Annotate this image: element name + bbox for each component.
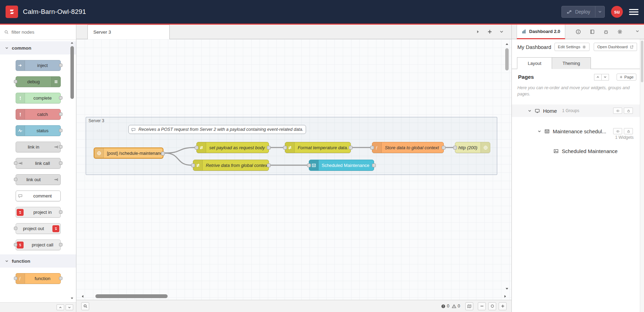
- zoom-in-button[interactable]: [499, 302, 507, 310]
- collapse-categories-button[interactable]: [57, 304, 64, 310]
- chevron-down-icon: [68, 306, 71, 309]
- node-output-port[interactable]: [267, 163, 271, 167]
- tree-count: 1 Groups: [562, 108, 579, 113]
- edit-settings-button[interactable]: Edit Settings: [554, 43, 590, 51]
- deploy-button[interactable]: Deploy: [561, 6, 605, 18]
- tree-row-home[interactable]: Home 1 Groups: [512, 104, 640, 117]
- flow-node-set_payload[interactable]: set payload as request body: [196, 142, 269, 153]
- minus-icon: [480, 304, 484, 308]
- palette-node-complete[interactable]: complete: [16, 93, 61, 103]
- flow-node-http_in[interactable]: [post] /schedule-maintenance: [94, 147, 163, 159]
- wire[interactable]: [165, 147, 195, 153]
- ff-icon: [54, 227, 58, 231]
- sidebar-scrollbar-thumb[interactable]: [641, 41, 643, 82]
- node-output-port[interactable]: [161, 152, 165, 155]
- node-input-port[interactable]: [307, 163, 311, 167]
- palette-node-comment[interactable]: comment: [16, 191, 61, 201]
- move-page-up-button[interactable]: [594, 74, 602, 81]
- add-flow-button[interactable]: [487, 29, 492, 34]
- config-tab-icon[interactable]: [617, 29, 622, 34]
- palette-node-project-call[interactable]: project call: [16, 239, 61, 250]
- chevron-down-icon[interactable]: [537, 129, 541, 133]
- lock-button[interactable]: [624, 128, 633, 134]
- deploy-options-button[interactable]: [595, 6, 604, 17]
- node-output-port[interactable]: [372, 163, 376, 167]
- node-output-port[interactable]: [267, 146, 271, 150]
- visibility-button[interactable]: [613, 128, 622, 134]
- main-menu-button[interactable]: [629, 9, 638, 15]
- tab-theming[interactable]: Theming: [552, 57, 591, 69]
- tab-dashboard[interactable]: Dashboard 2.0: [517, 25, 565, 39]
- add-page-button[interactable]: Page: [617, 74, 636, 81]
- chevron-up-icon: [59, 306, 62, 309]
- flow-tab[interactable]: Server 3: [87, 25, 170, 39]
- palette-node-link-call[interactable]: link call: [16, 158, 61, 169]
- bang-icon: [18, 112, 23, 117]
- wire[interactable]: [165, 153, 192, 165]
- canvas-search-button[interactable]: [81, 302, 89, 310]
- palette-category-function[interactable]: function: [0, 254, 76, 268]
- zoom-reset-button[interactable]: [488, 302, 496, 310]
- palette-node-function[interactable]: ffunction: [16, 273, 61, 284]
- scroll-right-button[interactable]: [503, 294, 507, 298]
- palette-node-project-in[interactable]: project in: [16, 207, 61, 218]
- node-output-port[interactable]: [349, 146, 353, 150]
- node-input-port[interactable]: [191, 163, 195, 167]
- flow-node-store_global[interactable]: fStore data to global context: [372, 142, 444, 153]
- node-input-port[interactable]: [195, 146, 198, 150]
- scroll-up-button[interactable]: [505, 42, 509, 46]
- dashboard-panel: My Dashboard Edit Settings Open Dashboar…: [512, 39, 640, 312]
- node-output-port[interactable]: [442, 146, 446, 150]
- palette-node-project-out[interactable]: project out: [16, 223, 61, 234]
- zoom-out-button[interactable]: [478, 302, 486, 310]
- expand-categories-button[interactable]: [66, 304, 73, 310]
- palette-footer: [0, 302, 76, 312]
- sidebar-collapse-button[interactable]: [635, 29, 644, 34]
- app-title: Calm-Barn-Owl-8291: [23, 8, 86, 16]
- flow-node-ui_table[interactable]: Scheduled Maintenance: [309, 160, 374, 171]
- flow-node-format_temp[interactable]: Format temperature data.: [285, 142, 351, 153]
- palette-node-status[interactable]: status: [16, 125, 61, 136]
- horizontal-scrollbar-thumb[interactable]: [95, 294, 168, 298]
- move-page-down-button[interactable]: [601, 74, 609, 81]
- deploy-icon: [567, 9, 572, 15]
- scroll-left-button[interactable]: [80, 294, 85, 298]
- page-icon: [535, 108, 540, 113]
- palette-node-debug[interactable]: debug: [16, 76, 61, 87]
- comment-node[interactable]: Receives a POST request from Server 2 wi…: [128, 125, 306, 134]
- node-input-port[interactable]: [283, 146, 287, 150]
- sidebar-scrollbar[interactable]: [640, 39, 644, 312]
- user-avatar[interactable]: su: [611, 6, 623, 18]
- flow-canvas[interactable]: Server 3 Receives a POST request from Se…: [76, 39, 511, 300]
- flow-node-http_200[interactable]: http (200): [455, 142, 490, 153]
- palette-node-link-in[interactable]: link in: [16, 142, 61, 152]
- open-dashboard-button[interactable]: Open Dashboard: [594, 43, 637, 51]
- palette-category-common[interactable]: common: [0, 41, 76, 54]
- node-port: [14, 161, 17, 165]
- scroll-down-button[interactable]: [505, 287, 509, 291]
- swap-icon: [199, 145, 204, 150]
- info-tab-icon[interactable]: [576, 29, 581, 34]
- node-input-port[interactable]: [453, 146, 457, 150]
- tab-scroll-right-button[interactable]: [476, 29, 480, 34]
- palette-scroll-down[interactable]: [70, 296, 74, 300]
- palette-node-inject[interactable]: inject: [16, 60, 61, 71]
- node-input-port[interactable]: [370, 146, 374, 150]
- chevron-down-icon[interactable]: [528, 109, 532, 113]
- palette-scrollbar-thumb[interactable]: [70, 46, 74, 99]
- palette-search-input[interactable]: [11, 29, 73, 35]
- palette-scroll-up[interactable]: [70, 41, 74, 45]
- vertical-scrollbar-thumb[interactable]: [505, 48, 509, 70]
- navigator-button[interactable]: [465, 302, 473, 310]
- tab-layout[interactable]: Layout: [517, 57, 552, 69]
- debug-tab-icon[interactable]: [603, 29, 609, 34]
- flow-node-retrieve_global[interactable]: Retrive data from global context: [193, 160, 269, 171]
- tree-row-widget[interactable]: Scheduled Maintenance: [512, 145, 640, 157]
- link-arrow-icon: [18, 161, 23, 166]
- help-tab-icon[interactable]: [590, 29, 595, 34]
- lock-button[interactable]: [624, 108, 633, 114]
- visibility-button[interactable]: [613, 108, 622, 114]
- palette-node-catch[interactable]: catch: [16, 109, 61, 120]
- flow-list-button[interactable]: [499, 29, 504, 34]
- palette-node-link-out[interactable]: link out: [16, 174, 61, 185]
